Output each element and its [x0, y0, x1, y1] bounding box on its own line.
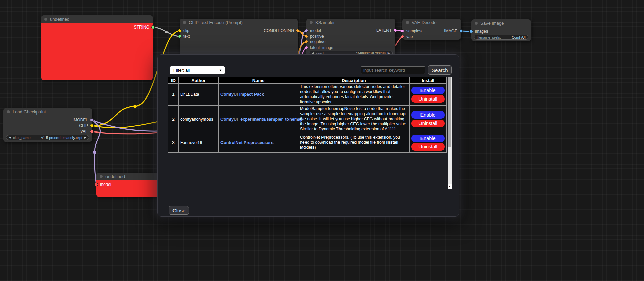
node-title-bar[interactable]: KSampler	[306, 19, 395, 27]
node-status-dot	[475, 22, 478, 25]
link-dot-model[interactable]	[93, 151, 96, 154]
vae-port-icon[interactable]	[401, 35, 404, 38]
node-vae-decode[interactable]: VAE Decode samples vae IMAGE	[402, 19, 461, 40]
filter-selected-value: Filter: all	[173, 68, 190, 73]
input-slot-text: text	[178, 34, 190, 39]
node-title: CLIP Text Encode (Prompt)	[189, 20, 243, 25]
clip-port-icon[interactable]	[178, 29, 181, 32]
link-dot-conditioning[interactable]	[301, 32, 303, 34]
latent-out-port-icon[interactable]	[394, 29, 397, 32]
slot-label: LATENT	[376, 28, 392, 33]
model-port-icon[interactable]	[304, 29, 308, 32]
uninstall-button[interactable]: Uninstall	[411, 143, 445, 151]
string-port-icon[interactable]	[151, 25, 155, 29]
text-port-icon[interactable]	[178, 35, 181, 38]
enable-button[interactable]: Enable	[411, 87, 445, 94]
widget-value: v1-5-pruned-emaonly.ckpt	[41, 136, 82, 140]
node-undefined-model[interactable]: undefined model	[96, 173, 160, 197]
cell-name: ComfyUI_experiments/sampler_tonemap	[219, 106, 298, 133]
node-title: KSampler	[315, 20, 335, 25]
widget-value: ComfyUI	[512, 35, 526, 39]
node-title-bar[interactable]: Save Image	[471, 19, 531, 27]
model-out-port-icon[interactable]	[90, 118, 94, 122]
filename-prefix-widget[interactable]: filename_prefix ComfyUI	[474, 35, 528, 40]
slot-label: text	[183, 34, 190, 39]
slot-label: latent_image	[310, 45, 333, 50]
extension-link[interactable]: ControlNet Preprocessors	[220, 140, 274, 145]
node-ksampler[interactable]: KSampler model positive negative latent_…	[306, 19, 395, 58]
node-title: Load Checkpoint	[13, 109, 46, 115]
negative-port-icon[interactable]	[304, 40, 308, 43]
uninstall-button[interactable]: Uninstall	[411, 120, 445, 127]
slot-label: samples	[406, 29, 422, 33]
widget-label: ckpt_name	[13, 136, 30, 140]
node-title-bar[interactable]: Load Checkpoint	[3, 108, 92, 116]
cell-author: comfyanonymous	[179, 106, 219, 133]
prev-option-icon[interactable]: ◀	[9, 136, 11, 139]
output-slot-image: IMAGE	[444, 29, 463, 33]
node-undefined-string[interactable]: undefined STRING	[41, 15, 153, 80]
latent-port-icon[interactable]	[304, 46, 308, 49]
input-slot-negative: negative	[304, 39, 325, 44]
ckpt-name-widget[interactable]: ◀ ckpt_name v1-5-pruned-emaonly.ckpt ▶	[6, 135, 89, 140]
cell-install: Enable Uninstall	[410, 106, 447, 133]
slot-label: MODEL	[73, 118, 88, 122]
cell-name: ComfyUI Impact Pack	[219, 84, 298, 106]
close-button[interactable]: Close	[169, 206, 189, 215]
node-title-bar[interactable]: VAE Decode	[402, 19, 461, 27]
link-dot-clip[interactable]	[133, 105, 137, 108]
input-slot-images: images	[469, 29, 488, 34]
header-name: Name	[219, 77, 298, 84]
cell-description: This extension offers various detector n…	[298, 84, 410, 106]
slot-label: positive	[310, 34, 324, 39]
table-row: 1 Dr.Lt.Data ComfyUI Impact Pack This ex…	[168, 84, 447, 106]
input-slot-model: model	[95, 182, 111, 187]
uninstall-button[interactable]: Uninstall	[411, 95, 445, 103]
extension-link[interactable]: ComfyUI_experiments/sampler_tonemap	[220, 117, 303, 122]
images-port-icon[interactable]	[469, 30, 473, 33]
filter-select[interactable]: Filter: all ▼	[170, 66, 225, 74]
slot-label: IMAGE	[444, 29, 457, 33]
conditioning-port-icon[interactable]	[296, 29, 299, 32]
node-status-dot	[7, 110, 10, 113]
enable-button[interactable]: Enable	[411, 111, 445, 119]
node-title-bar[interactable]: undefined	[41, 15, 153, 23]
node-clip-text-encode[interactable]: CLIP Text Encode (Prompt) clip text COND…	[180, 19, 298, 59]
enable-button[interactable]: Enable	[411, 135, 445, 142]
image-port-icon[interactable]	[459, 29, 463, 33]
header-description: Description	[298, 77, 410, 84]
clip-out-port-icon[interactable]	[90, 124, 94, 127]
extension-link[interactable]: ComfyUI Impact Pack	[220, 92, 264, 97]
custom-nodes-manager-dialog: Filter: all ▼ Search ID Author Name Desc…	[157, 54, 459, 217]
search-input[interactable]	[361, 66, 425, 74]
samples-port-icon[interactable]	[401, 29, 404, 33]
cell-description: ModelSamplerTonemapNoiseTest a node that…	[298, 106, 410, 133]
search-button[interactable]: Search	[428, 65, 452, 75]
node-title-bar[interactable]: undefined	[96, 173, 160, 180]
input-slot-vae: vae	[401, 34, 413, 39]
table-header-row: ID Author Name Description Install	[168, 77, 447, 84]
node-save-image[interactable]: Save Image images filename_prefix ComfyU…	[471, 19, 531, 41]
table-scrollbar[interactable]: ▼	[448, 77, 452, 189]
node-load-checkpoint[interactable]: Load Checkpoint MODEL CLIP VAE ◀ ckpt_na…	[3, 108, 92, 142]
node-status-dot	[183, 21, 186, 24]
next-option-icon[interactable]: ▶	[84, 136, 86, 139]
input-slot-latent-image: latent_image	[304, 45, 333, 50]
node-graph-canvas[interactable]: undefined STRING CLIP Text Encode (Promp…	[0, 0, 644, 281]
positive-port-icon[interactable]	[304, 35, 308, 38]
table-row: 2 comfyanonymous ComfyUI_experiments/sam…	[168, 106, 447, 133]
output-slot-conditioning: CONDITIONING	[264, 28, 299, 33]
link-dot-string[interactable]	[165, 31, 168, 33]
node-title-bar[interactable]: CLIP Text Encode (Prompt)	[180, 19, 298, 27]
output-slot-clip: CLIP	[79, 123, 94, 128]
slot-label: vae	[406, 34, 413, 39]
model-port-icon[interactable]	[95, 183, 98, 186]
scrollbar-thumb[interactable]	[448, 77, 451, 147]
input-slot-positive: positive	[304, 34, 324, 39]
output-slot-latent: LATENT	[376, 28, 397, 33]
vae-out-port-icon[interactable]	[90, 130, 94, 133]
slot-label: STRING	[134, 25, 149, 30]
slot-label: CONDITIONING	[264, 28, 294, 33]
cell-id: 3	[168, 133, 179, 153]
scrollbar-down-button[interactable]: ▼	[448, 184, 452, 189]
